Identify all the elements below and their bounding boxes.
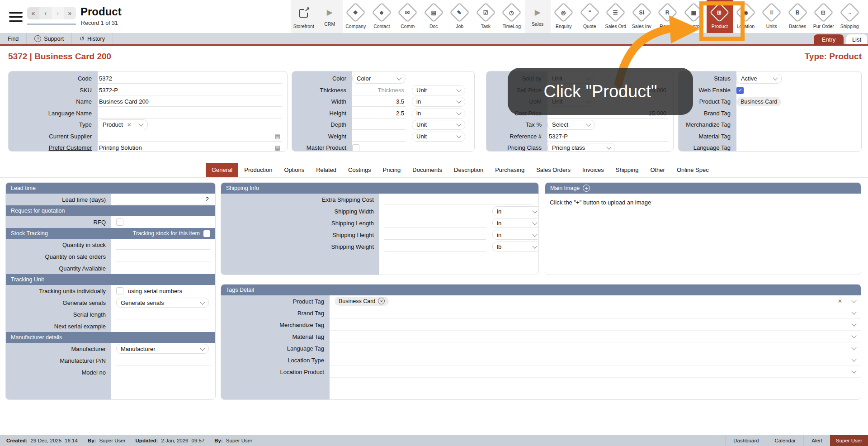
shipping-length-unit[interactable]: in (492, 218, 539, 228)
model-input[interactable] (116, 367, 210, 377)
toolbar-item[interactable]: ☑ Task (473, 0, 499, 33)
pricing-class-select[interactable]: Pricing class (547, 143, 615, 152)
next-record-button[interactable]: › (52, 7, 64, 19)
shipping-length-input[interactable] (384, 218, 486, 228)
web-enable-checkbox[interactable] (736, 87, 744, 94)
toolbar-item[interactable]: ▶ CRM (317, 0, 343, 33)
toolbar-item[interactable]: R Receipt (655, 0, 681, 33)
detail-tab[interactable]: Costings (342, 163, 377, 177)
weight-unit-select[interactable]: Unit (412, 132, 465, 142)
remove-tag-icon[interactable]: ✕ (378, 298, 385, 304)
detail-tab[interactable]: Online Spec (671, 163, 715, 177)
list-tab[interactable]: List (846, 34, 867, 44)
width-unit-select[interactable]: in (412, 97, 465, 107)
add-image-icon[interactable]: + (583, 185, 590, 192)
toolbar-item[interactable]: ◎ Enquiry (551, 0, 577, 33)
detail-tab[interactable]: Description (448, 163, 489, 177)
toolbar-item[interactable]: ▦ Inventory (681, 0, 707, 33)
footer-link[interactable]: Dashboard (725, 435, 766, 446)
depth-unit-select[interactable]: Unit (412, 120, 465, 130)
qty-avail-input[interactable] (116, 263, 210, 273)
color-select[interactable]: Color (352, 74, 406, 84)
lead-days-input[interactable]: 2 (116, 195, 210, 204)
first-record-button[interactable]: « (27, 7, 39, 19)
prefer-customer-link[interactable]: Prefer Customer (9, 144, 98, 151)
current-user-button[interactable]: Super User (830, 435, 868, 446)
chevron-down-icon[interactable] (851, 345, 856, 350)
reference-input[interactable]: 5327-P (547, 132, 668, 142)
shipping-width-unit[interactable]: in (492, 206, 539, 216)
rfq-checkbox[interactable] (116, 218, 123, 226)
type-select[interactable]: Product✕ (98, 119, 148, 130)
tax-select[interactable]: Select (547, 120, 595, 130)
shipping-weight-unit[interactable]: lb (492, 242, 539, 251)
serial-numbers-checkbox[interactable] (116, 287, 123, 294)
qty-sale-input[interactable] (116, 251, 210, 261)
name-input[interactable]: Business Card 200 (98, 97, 282, 107)
toolbar-item[interactable]: → Shipping (837, 0, 863, 33)
product-tag-chip[interactable]: Business Card (736, 97, 781, 106)
width-input[interactable]: 3.5 (352, 97, 406, 107)
serial-length-input[interactable] (116, 309, 210, 319)
detail-tab[interactable]: Documents (406, 163, 448, 177)
thickness-unit-select[interactable]: Unit (412, 85, 465, 95)
weight-input[interactable] (352, 132, 406, 142)
height-input[interactable]: 2.5 (352, 109, 406, 119)
detail-tab[interactable]: Invoices (576, 163, 610, 177)
toolbar-item[interactable]: ✎ Job (447, 0, 473, 33)
toolbar-item[interactable]: ‖ Units (759, 0, 785, 33)
chevron-down-icon[interactable] (851, 333, 856, 338)
shipping-width-input[interactable] (384, 206, 486, 216)
toolbar-item[interactable]: B Batches (785, 0, 811, 33)
hamburger-menu-icon[interactable] (9, 12, 23, 22)
detail-tab[interactable]: Production (238, 163, 278, 177)
prefer-customer-input[interactable]: Printing Solution▤ (98, 143, 282, 152)
toolbar-item[interactable]: ⊟ Pur Order (811, 0, 837, 33)
clear-icon[interactable]: ✕ (127, 122, 132, 128)
generate-serials-select[interactable]: Generate serials (116, 298, 209, 308)
code-input[interactable]: 5372 (98, 74, 282, 84)
toolbar-item[interactable]: Storefront (291, 0, 317, 33)
toolbar-item[interactable]: ◷ TimeLog (499, 0, 525, 33)
thickness-input[interactable]: Thickness (352, 85, 406, 95)
depth-input[interactable] (352, 120, 406, 130)
toolbar-item[interactable]: ▤ Doc (421, 0, 447, 33)
toolbar-item[interactable]: ◉ Location (733, 0, 759, 33)
tracking-stock-checkbox[interactable] (203, 230, 210, 237)
height-unit-select[interactable]: in (412, 109, 465, 119)
toolbar-item[interactable]: “ Quote (577, 0, 603, 33)
chevron-down-icon[interactable] (851, 309, 856, 314)
tag-chip[interactable]: Business Card✕ (335, 297, 389, 306)
detail-tab[interactable]: General (206, 163, 238, 177)
sku-input[interactable]: 5372-P (98, 85, 282, 95)
toolbar-item[interactable]: ❖ Company (343, 0, 369, 33)
chevron-down-icon[interactable] (851, 368, 856, 373)
chevron-down-icon[interactable] (851, 321, 856, 326)
status-select[interactable]: Active (736, 74, 782, 84)
shipping-height-unit[interactable]: in (492, 230, 539, 240)
footer-link[interactable]: Alert (803, 435, 830, 446)
prev-record-button[interactable]: ‹ (39, 7, 52, 19)
detail-tab[interactable]: Related (310, 163, 342, 177)
current-supplier-input[interactable]: ▤ (98, 132, 282, 142)
chevron-down-icon[interactable] (851, 356, 856, 361)
detail-tab[interactable]: Other (644, 163, 671, 177)
shipping-height-input[interactable] (384, 230, 486, 240)
footer-link[interactable]: Calendar (767, 435, 804, 446)
toolbar-item[interactable]: ☻ Contact (369, 0, 395, 33)
lookup-icon[interactable]: ▤ (275, 133, 280, 139)
manufacturer-select[interactable]: Manufacturer (116, 344, 209, 354)
detail-tab[interactable]: Shipping (610, 163, 645, 177)
secondary-bar-item[interactable]: ↺ History (72, 33, 113, 44)
toolbar-item[interactable]: ☰ Sales Ord (603, 0, 629, 33)
secondary-bar-item[interactable]: Find (0, 33, 27, 44)
detail-tab[interactable]: Sales Orders (530, 163, 576, 177)
mpn-input[interactable] (116, 356, 210, 365)
toolbar-item[interactable]: Si Sales Inv (629, 0, 655, 33)
last-record-button[interactable]: » (64, 7, 76, 19)
chevron-down-icon[interactable] (851, 298, 856, 303)
toolbar-item[interactable]: ▶ Sales (525, 0, 551, 33)
detail-tab[interactable]: Pricing (377, 163, 407, 177)
detail-tab[interactable]: Purchasing (489, 163, 530, 177)
lookup-icon[interactable]: ▤ (275, 145, 280, 151)
